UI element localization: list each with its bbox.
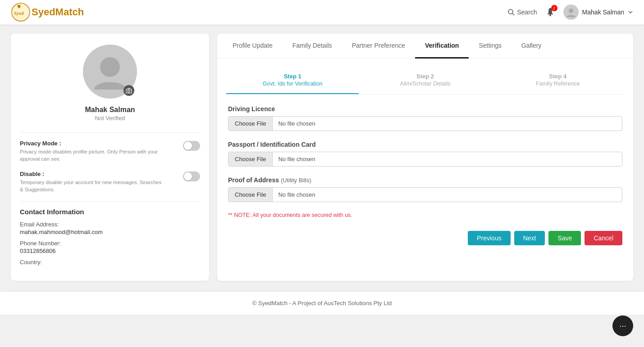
disable-row: Disable : Temporary disable your account… (20, 171, 200, 193)
contact-title: Contact Information (20, 208, 200, 216)
email-field: Email Address: mahak.mahmood@hotmail.com (20, 221, 200, 235)
camera-svg-icon (126, 87, 132, 94)
content-card: Profile Update Family Details Partner Pr… (217, 34, 633, 281)
save-button[interactable]: Save (548, 231, 581, 245)
passport-input-row: Choose File No file chosen (228, 152, 622, 167)
proof-choose-btn[interactable]: Choose File (228, 188, 273, 202)
notification-badge: 2 (551, 5, 557, 11)
privacy-mode-info: Privacy Mode : Privacy mode disables pro… (20, 140, 164, 162)
main-content: Mahak Salman Not Verified Privacy Mode :… (0, 25, 644, 290)
proof-sub-label: (Utility Bills) (281, 177, 311, 184)
email-value: mahak.mahmood@hotmail.com (20, 229, 200, 235)
header-right: Search 2 Mahak Salman (508, 5, 633, 20)
search-label: Search (517, 9, 537, 16)
contact-section: Contact Information Email Address: mahak… (20, 201, 200, 266)
svg-point-4 (549, 14, 551, 16)
cancel-button[interactable]: Cancel (585, 231, 622, 245)
tab-family-details[interactable]: Family Details (283, 34, 342, 59)
logo-text: SyedMatch (32, 6, 84, 18)
privacy-mode-row: Privacy Mode : Privacy mode disables pro… (20, 140, 200, 162)
step-4-label: Family Reference (495, 81, 621, 87)
svg-point-8 (128, 90, 130, 92)
disable-toggle[interactable] (183, 171, 200, 181)
tabs-bar: Profile Update Family Details Partner Pr… (217, 34, 633, 59)
privacy-mode-toggle[interactable] (183, 141, 200, 151)
driving-licence-label: Driving Licence (228, 105, 622, 113)
next-button[interactable]: Next (514, 231, 545, 245)
profile-status: Not Verified (95, 115, 125, 122)
notifications-bell[interactable]: 2 (545, 7, 555, 18)
user-menu[interactable]: Mahak Salman (563, 5, 633, 20)
disable-desc: Temporary disable your account for new m… (20, 179, 164, 193)
driving-licence-file-text: No file chosen (273, 117, 622, 131)
header-avatar (563, 5, 579, 20)
header: Syed SyedMatch Search 2 (0, 0, 644, 25)
privacy-mode-desc: Privacy mode disables profile picture. O… (20, 148, 164, 162)
settings-section: Privacy Mode : Privacy mode disables pro… (20, 132, 200, 193)
step-4-number: Step 4 (495, 73, 621, 80)
passport-choose-btn[interactable]: Choose File (228, 152, 273, 166)
tab-gallery[interactable]: Gallery (512, 34, 551, 59)
note-text: ** NOTE: All your documents are secured … (228, 212, 622, 218)
proof-label-main: Proof of Address (228, 176, 279, 184)
toggle-knob-2 (184, 172, 192, 180)
tab-verification[interactable]: Verification (415, 34, 469, 59)
svg-text:Syed: Syed (14, 10, 24, 16)
steps-container: Step 1 Govt. Ids for Verification Step 2… (226, 68, 624, 95)
previous-button[interactable]: Previous (468, 231, 510, 245)
tab-settings[interactable]: Settings (469, 34, 512, 59)
privacy-mode-label: Privacy Mode : (20, 140, 164, 147)
profile-avatar (83, 45, 137, 99)
disable-label: Disable : (20, 171, 164, 177)
toggle-knob (184, 142, 192, 150)
country-field: Country: (20, 259, 200, 266)
profile-name: Mahak Salman (85, 106, 135, 114)
svg-line-3 (512, 14, 514, 15)
step-2-number: Step 2 (362, 73, 488, 80)
step-4[interactable]: Step 4 Family Reference (492, 68, 624, 94)
step-1-label: Govt. Ids for Verification (230, 81, 355, 87)
step-2[interactable]: Step 2 Alim/Scholar Details (359, 68, 491, 94)
footer-text: © SyedMatch - A Project of AusTech Solut… (252, 300, 392, 306)
proof-file-text: No file chosen (273, 188, 622, 202)
svg-point-5 (569, 9, 573, 13)
proof-group: Proof of Address (Utility Bills) Choose … (228, 176, 622, 202)
logo-icon: Syed (11, 2, 31, 22)
camera-icon[interactable] (123, 85, 134, 96)
tab-profile-update[interactable]: Profile Update (223, 34, 283, 59)
proof-input-row: Choose File No file chosen (228, 187, 622, 202)
search-button[interactable]: Search (508, 9, 537, 16)
passport-label: Passport / Identification Card (228, 141, 622, 148)
disable-info: Disable : Temporary disable your account… (20, 171, 164, 193)
country-label: Country: (20, 259, 200, 266)
email-label: Email Address: (20, 221, 200, 228)
phone-field: Phone Number: 03312856806 (20, 240, 200, 254)
proof-label: Proof of Address (Utility Bills) (228, 176, 622, 184)
chevron-down-icon (628, 9, 633, 15)
svg-point-6 (100, 57, 120, 77)
driving-licence-choose-btn[interactable]: Choose File (228, 117, 273, 131)
step-1-number: Step 1 (230, 73, 355, 80)
search-icon (508, 9, 515, 16)
step-1[interactable]: Step 1 Govt. Ids for Verification (226, 68, 359, 94)
passport-file-text: No file chosen (273, 152, 622, 166)
logo[interactable]: Syed SyedMatch (11, 2, 84, 22)
svg-rect-7 (126, 89, 132, 93)
footer: © SyedMatch - A Project of AusTech Solut… (0, 292, 644, 315)
passport-group: Passport / Identification Card Choose Fi… (228, 141, 622, 167)
svg-point-2 (508, 9, 513, 14)
phone-value: 03312856806 (20, 248, 200, 254)
driving-licence-input-row: Choose File No file chosen (228, 116, 622, 131)
action-bar: Previous Next Save Cancel (217, 225, 633, 254)
user-avatar-icon (565, 6, 577, 18)
form-area: Driving Licence Choose File No file chos… (217, 95, 633, 225)
step-2-label: Alim/Scholar Details (362, 81, 488, 87)
header-username: Mahak Salman (582, 9, 624, 16)
profile-silhouette-icon (92, 54, 128, 90)
sidebar-card: Mahak Salman Not Verified Privacy Mode :… (11, 34, 209, 281)
profile-section: Mahak Salman Not Verified (20, 45, 200, 131)
tab-partner-preference[interactable]: Partner Preference (342, 34, 415, 59)
driving-licence-group: Driving Licence Choose File No file chos… (228, 105, 622, 131)
phone-label: Phone Number: (20, 240, 200, 247)
